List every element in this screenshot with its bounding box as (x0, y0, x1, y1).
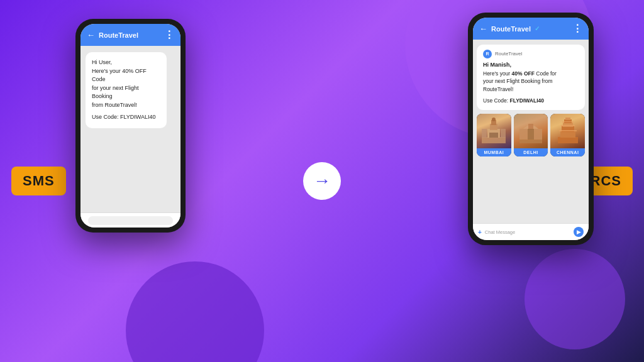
delhi-card[interactable]: DELHI (514, 114, 548, 156)
rcs-greeting: Hi Manish, (483, 61, 579, 70)
svg-rect-22 (562, 121, 574, 123)
svg-rect-6 (501, 129, 506, 138)
rcs-menu-icon[interactable]: ⋮ (572, 23, 582, 35)
svg-rect-12 (519, 129, 523, 140)
mumbai-label[interactable]: MUMBAI (477, 148, 511, 156)
bg-decoration-2 (126, 261, 264, 362)
sms-screen: ← RouteTravel ⋮ Hi User, Here's your 40%… (80, 24, 180, 228)
mumbai-image (477, 114, 511, 148)
sms-body: Hi User, Here's your 40% OFF Code for yo… (80, 46, 180, 212)
svg-rect-13 (538, 129, 542, 140)
bg-decoration-3 (525, 249, 625, 349)
rcs-body: R RouteTravel Hi Manish, Here's your 40%… (473, 40, 589, 223)
chennai-image (550, 114, 585, 148)
rcs-verified-icon: ✓ (535, 25, 540, 32)
sms-app-name: RouteTravel (99, 31, 138, 39)
rcs-back-arrow[interactable]: ← (479, 24, 487, 33)
rcs-app-name: RouteTravel (491, 25, 531, 33)
delhi-label[interactable]: DELHI (514, 148, 548, 156)
direction-arrow: → (303, 162, 341, 200)
delhi-image (514, 114, 548, 148)
svg-rect-15 (560, 131, 575, 138)
svg-rect-10 (528, 124, 533, 129)
rcs-line1: Here's your 40% OFF Code for (483, 70, 579, 78)
chennai-card[interactable]: CHENNAI (550, 114, 585, 156)
svg-rect-20 (559, 130, 577, 131)
sms-greeting: Hi User, (92, 58, 160, 67)
arrow-container: → (303, 162, 341, 200)
sms-line3: from RouteTravel! (92, 101, 160, 110)
rcs-code: Use Code: FLYDIWALI40 (483, 97, 579, 105)
brand-icon: R (483, 50, 492, 58)
rcs-header-left: ← RouteTravel ✓ (479, 24, 540, 33)
rcs-phone-wrapper: ← RouteTravel ✓ ⋮ R RouteTravel Hi Manis… (468, 13, 594, 245)
rcs-line3: RouteTravel! (483, 85, 579, 94)
sms-bubble: Hi User, Here's your 40% OFF Code for yo… (86, 52, 167, 128)
svg-rect-19 (565, 118, 570, 120)
sms-menu-icon[interactable]: ⋮ (164, 29, 174, 41)
chat-send-button[interactable]: ▶ (574, 227, 584, 237)
rcs-brand-name: RouteTravel (495, 50, 522, 58)
chennai-label[interactable]: CHENNAI (550, 148, 585, 156)
chat-plus-icon[interactable]: + (478, 229, 482, 236)
chat-input-placeholder: Chat Message (485, 229, 570, 235)
sms-header: ← RouteTravel ⋮ (80, 24, 180, 46)
rcs-card-header: R RouteTravel (483, 50, 579, 58)
sms-header-left: ← RouteTravel (87, 30, 138, 40)
svg-rect-8 (519, 139, 542, 143)
sms-line2: for your next Flight Booking (92, 84, 160, 101)
rcs-line2: your next Flight Booking from (483, 77, 579, 85)
svg-rect-4 (492, 118, 496, 121)
sms-phone-wrapper: ← RouteTravel ⋮ Hi User, Here's your 40%… (75, 19, 186, 233)
chat-input-bar[interactable]: + Chat Message ▶ (473, 223, 589, 240)
svg-rect-5 (482, 129, 487, 138)
sms-phone: ← RouteTravel ⋮ Hi User, Here's your 40%… (75, 19, 186, 233)
mumbai-card[interactable]: MUMBAI (477, 114, 511, 156)
rcs-phone: ← RouteTravel ✓ ⋮ R RouteTravel Hi Manis… (468, 13, 594, 245)
svg-rect-0 (482, 137, 506, 143)
rcs-screen: ← RouteTravel ✓ ⋮ R RouteTravel Hi Manis… (473, 18, 589, 240)
svg-rect-11 (528, 129, 534, 140)
svg-rect-14 (558, 137, 578, 143)
sms-code: Use Code: FLYDIWALI40 (92, 113, 160, 122)
sms-input-placeholder (88, 216, 173, 225)
svg-rect-21 (561, 125, 575, 126)
sms-back-arrow[interactable]: ← (87, 30, 95, 40)
sms-line1: Here's your 40% OFF Code (92, 67, 160, 84)
city-cards-row: MUMBAI (477, 114, 585, 156)
sms-label: SMS (11, 167, 66, 195)
svg-rect-7 (489, 133, 498, 138)
rcs-message-card: R RouteTravel Hi Manish, Here's your 40%… (477, 45, 585, 110)
rcs-header: ← RouteTravel ✓ ⋮ (473, 18, 589, 40)
sms-bottom-bar[interactable] (80, 212, 180, 228)
